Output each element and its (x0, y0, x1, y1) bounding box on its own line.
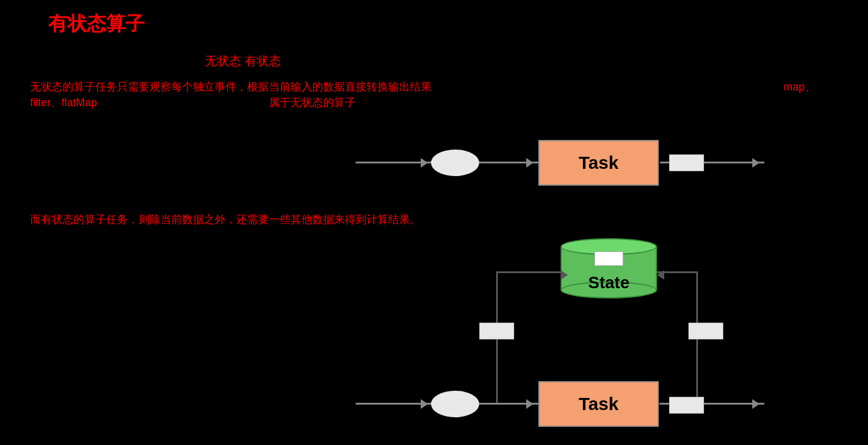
stateful-input-arrow (356, 403, 433, 405)
stateful-task-label: Task (579, 394, 618, 414)
desc-stateless: 无状态的算子任务只需要观察每个独立事件，根据当前输入的数据直接转换输出结果 ma… (30, 78, 432, 96)
stateful-output-continue-arrow (704, 403, 764, 405)
desc-stateless-line2-suffix: 属于无状态的算子 (269, 96, 356, 109)
stateful-right-down-connector (696, 339, 698, 404)
state-inner-box (594, 251, 623, 266)
state-cylinder: State (561, 238, 657, 298)
stateful-task-box: Task (538, 381, 659, 427)
desc-stateful: 而有状态的算子任务，则除当前数据之外，还需要一些其他数据来得到计算结果。 (30, 212, 421, 227)
desc-stateless-line2-prefix: filter、flatMap (30, 96, 97, 109)
stateful-left-horizontal-connector (496, 271, 562, 273)
stateful-oval-to-task-arrow (479, 403, 538, 405)
stateless-output-box (669, 154, 704, 171)
stateful-left-small-box (479, 323, 514, 339)
stateless-output-continue-arrow (704, 162, 764, 163)
stateless-task-box: Task (538, 140, 659, 186)
map-suffix: map、 (784, 78, 816, 96)
stateless-oval-to-task-arrow (479, 162, 538, 163)
stateful-right-small-box (688, 323, 723, 339)
state-label: State (561, 273, 657, 292)
stateless-input-oval (431, 150, 479, 176)
stateless-input-arrow (356, 162, 433, 163)
desc-stateless-line2: filter、flatMap 属于无状态的算子 (30, 95, 356, 110)
stateless-task-label: Task (579, 153, 618, 173)
desc-stateless-line1: 无状态的算子任务只需要观察每个独立事件，根据当前输入的数据直接转换输出结果 (30, 81, 432, 93)
stateful-input-oval (431, 391, 479, 417)
stateful-left-down-connector (496, 339, 498, 404)
stateful-output-box (669, 397, 704, 414)
subtitle: 无状态 有状态 (205, 53, 281, 69)
page-title: 有状态算子 (48, 11, 145, 37)
